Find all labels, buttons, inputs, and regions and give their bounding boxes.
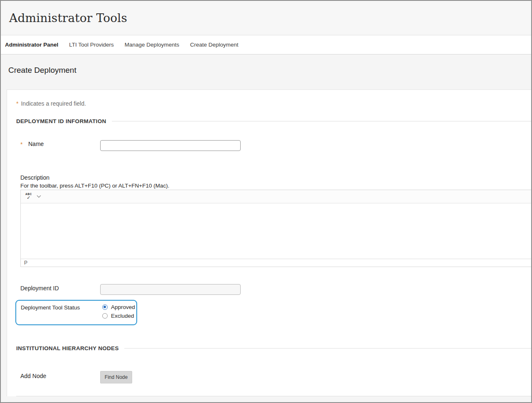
- required-note-text: Indicates a required field.: [21, 100, 86, 107]
- description-rich-text-editor: ABC ✓ P: [20, 190, 531, 267]
- radio-excluded-icon[interactable]: [102, 313, 108, 319]
- app-header: Administrator Tools: [1, 1, 531, 35]
- page-title-band: Create Deployment: [1, 54, 531, 89]
- section-title: INSTITUTIONAL HIERARCHY NODES: [16, 345, 119, 351]
- form-panel: *Indicates a required field. DEPLOYMENT …: [7, 89, 531, 396]
- name-required-asterisk-icon: *: [20, 141, 22, 148]
- breadcrumb-item-lti-tool-providers[interactable]: LTI Tool Providers: [69, 42, 114, 48]
- editor-status-bar: P: [21, 259, 531, 267]
- deployment-tool-status-label: Deployment Tool Status: [21, 304, 80, 311]
- find-node-button[interactable]: Find Node: [100, 371, 132, 383]
- admin-tools-window: Administrator Tools Administrator Panel …: [0, 0, 532, 403]
- page-title: Create Deployment: [1, 54, 531, 75]
- editor-content-area[interactable]: [21, 203, 531, 259]
- panel-bottom-divider: [16, 396, 531, 396]
- tool-status-radio-group: Approved Excluded: [102, 304, 135, 319]
- breadcrumb-item-administrator-panel[interactable]: Administrator Panel: [5, 42, 58, 48]
- section-institutional-hierarchy-nodes: INSTITUTIONAL HIERARCHY NODES: [16, 345, 531, 351]
- deployment-id-label: Deployment ID: [20, 285, 59, 292]
- deployment-tool-status-group: Deployment Tool Status Approved Excluded: [15, 300, 137, 325]
- deployment-id-input[interactable]: [100, 284, 241, 295]
- radio-approved-icon[interactable]: [102, 304, 108, 310]
- required-field-note: *Indicates a required field.: [16, 100, 86, 107]
- radio-option-approved[interactable]: Approved: [102, 304, 135, 310]
- radio-excluded-label: Excluded: [111, 313, 134, 319]
- breadcrumb-item-create-deployment: Create Deployment: [190, 42, 238, 48]
- description-toolbar-hint: For the toolbar, press ALT+F10 (PC) or A…: [20, 183, 170, 189]
- page-body: *Indicates a required field. DEPLOYMENT …: [1, 89, 531, 402]
- name-label: Name: [28, 141, 44, 147]
- chevron-down-icon[interactable]: [37, 195, 41, 198]
- name-input[interactable]: [100, 140, 241, 151]
- spellcheck-icon[interactable]: ABC ✓: [25, 193, 32, 200]
- app-title: Administrator Tools: [9, 11, 127, 25]
- breadcrumb-item-manage-deployments[interactable]: Manage Deployments: [125, 42, 179, 48]
- section-divider: [124, 348, 531, 349]
- section-title: DEPLOYMENT ID INFORMATION: [16, 118, 106, 124]
- add-node-label: Add Node: [20, 373, 46, 379]
- description-label: Description: [20, 174, 49, 181]
- section-divider: [112, 121, 532, 121]
- breadcrumb: Administrator Panel LTI Tool Providers M…: [1, 35, 531, 54]
- editor-element-path: P: [24, 260, 27, 266]
- required-asterisk-icon: *: [16, 100, 18, 107]
- radio-option-excluded[interactable]: Excluded: [102, 313, 135, 319]
- section-deployment-id-information: DEPLOYMENT ID INFORMATION: [16, 118, 531, 124]
- radio-approved-label: Approved: [111, 304, 135, 310]
- editor-toolbar: ABC ✓: [21, 190, 531, 203]
